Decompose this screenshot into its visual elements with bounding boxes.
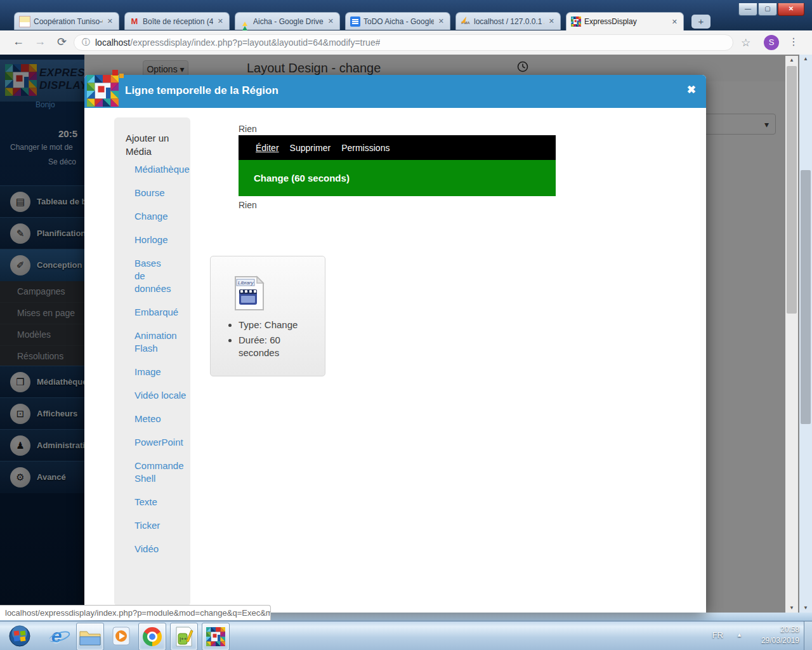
- tab-close-icon[interactable]: ✕: [671, 18, 679, 26]
- notepad-plus-icon[interactable]: [170, 623, 198, 650]
- expressdisplay-logo-icon: [87, 72, 122, 109]
- scroll-up-icon[interactable]: ▲: [785, 56, 798, 65]
- media-type-meteo[interactable]: Meteo: [134, 413, 161, 424]
- scroll-down-icon[interactable]: ▼: [785, 604, 798, 613]
- status-bar: localhost/expressdisplay/index.php?p=mod…: [0, 605, 271, 620]
- timeline-item-change[interactable]: Change (60 seconds): [239, 160, 556, 196]
- media-type-video[interactable]: Vidéo: [134, 543, 159, 554]
- desktop-screen: — ▢ ✕ Coopération Tuniso-C ✕ M Boîte de …: [0, 0, 812, 650]
- media-type-image[interactable]: Image: [134, 366, 161, 377]
- close-icon[interactable]: ✖: [687, 83, 696, 96]
- media-type-texte[interactable]: Texte: [134, 496, 157, 507]
- atci-favicon: [19, 16, 30, 27]
- tab-title: Coopération Tuniso-C: [34, 17, 103, 26]
- tab-expressdisplay-active[interactable]: ExpressDisplay ✕: [566, 12, 684, 30]
- permissions-link[interactable]: Permissions: [341, 143, 390, 153]
- list-item: Animation Flash: [134, 329, 188, 355]
- docs-favicon: [350, 17, 360, 27]
- scroll-up-icon[interactable]: ▲: [799, 55, 812, 63]
- page-scrollbar[interactable]: ▲ ▼: [785, 56, 798, 613]
- tab-title: ExpressDisplay: [584, 17, 667, 26]
- expressdisplay-app-icon[interactable]: [202, 623, 230, 650]
- timeline-start-label: Rien: [239, 124, 257, 134]
- tab-drive[interactable]: Aicha - Google Drive ✕: [235, 12, 340, 30]
- media-type-horloge[interactable]: Horloge: [134, 234, 168, 245]
- media-card[interactable]: Type: Change Durée: 60 secondes: [210, 256, 325, 376]
- taskbar: e FR ▲ 20:58 29/03/2019: [0, 621, 812, 650]
- library-media-icon: [234, 275, 265, 311]
- timeline-item-toolbar: Éditer Supprimer Permissions: [239, 135, 556, 160]
- scrollbar-thumb[interactable]: [801, 170, 811, 424]
- list-item: Image: [134, 366, 188, 378]
- browser-scrollbar[interactable]: ▲ ▼: [799, 55, 812, 613]
- clock-time: 20:58: [761, 625, 799, 635]
- tray-expand-icon[interactable]: ▲: [737, 632, 742, 638]
- gmail-favicon: M: [129, 17, 140, 27]
- modal-header: Ligne temporelle de la Région ✖: [84, 75, 706, 108]
- scrollbar-thumb[interactable]: [787, 66, 797, 314]
- media-type-animation-flash[interactable]: Animation Flash: [134, 330, 177, 354]
- chrome-icon[interactable]: [138, 623, 166, 650]
- tab-title: Boîte de réception (4: [143, 17, 213, 26]
- media-type-video-locale[interactable]: Vidéo locale: [134, 390, 186, 401]
- clock-date: 29/03/2019: [761, 635, 799, 646]
- close-window-button[interactable]: ✕: [778, 3, 804, 16]
- media-type-commande-shell[interactable]: Commande Shell: [134, 460, 184, 484]
- media-type-embarque[interactable]: Embarqué: [134, 307, 178, 317]
- maximize-button[interactable]: ▢: [758, 3, 777, 16]
- timeline-end-label: Rien: [239, 200, 257, 210]
- profile-avatar[interactable]: S: [764, 35, 779, 50]
- tab-docs[interactable]: ToDO Aicha - Google ✕: [345, 12, 450, 30]
- tab-close-icon[interactable]: ✕: [327, 17, 335, 25]
- explorer-icon[interactable]: [76, 623, 104, 650]
- list-item: Horloge: [134, 234, 188, 246]
- reload-icon[interactable]: ⟳: [57, 35, 67, 49]
- media-type-bases-de-donnees[interactable]: Bases de données: [134, 258, 171, 294]
- tab-close-icon[interactable]: ✕: [106, 17, 114, 25]
- tab-phpmyadmin[interactable]: PMA localhost / 127.0.0.1 / ✕: [455, 12, 561, 30]
- info-icon[interactable]: ⓘ: [82, 37, 90, 48]
- media-type-change[interactable]: Change: [134, 211, 168, 222]
- tab-title: Aicha - Google Drive: [253, 17, 324, 26]
- edit-link[interactable]: Éditer: [256, 143, 279, 153]
- logo-accent: [112, 70, 118, 76]
- list-item: Bases de données: [134, 257, 170, 295]
- media-duration-value: Durée: 60 secondes: [239, 334, 318, 359]
- minimize-button[interactable]: —: [738, 3, 757, 16]
- language-indicator[interactable]: FR: [712, 630, 723, 640]
- ie-icon[interactable]: e: [43, 623, 70, 649]
- media-type-mediatheque[interactable]: Médiathèque: [134, 164, 190, 175]
- window-controls: — ▢ ✕: [738, 3, 804, 16]
- logo-accent: [119, 74, 124, 78]
- add-media-heading: Ajouter un Média: [126, 131, 179, 158]
- url-host: localhost: [95, 37, 130, 48]
- media-type-powerpoint[interactable]: PowerPoint: [134, 437, 183, 448]
- forward-icon[interactable]: →: [34, 35, 46, 48]
- tab-gmail[interactable]: M Boîte de réception (4 ✕: [124, 12, 230, 30]
- media-card-details: Type: Change Durée: 60 secondes: [226, 319, 318, 362]
- show-desktop-button[interactable]: [804, 621, 812, 650]
- tab-title: ToDO Aicha - Google: [363, 17, 434, 26]
- timeline-modal: Ligne temporelle de la Région ✖ Ajouter …: [84, 75, 706, 613]
- tab-close-icon[interactable]: ✕: [547, 17, 556, 25]
- tab-close-icon[interactable]: ✕: [437, 17, 445, 25]
- browser-menu-icon[interactable]: ⋮: [789, 36, 799, 48]
- delete-link[interactable]: Supprimer: [290, 143, 331, 153]
- tab-cooperation[interactable]: Coopération Tuniso-C ✕: [14, 12, 119, 30]
- start-button[interactable]: [6, 623, 33, 649]
- tab-title: localhost / 127.0.0.1 /: [474, 17, 544, 26]
- list-item: Vidéo: [134, 543, 188, 555]
- scroll-down-icon[interactable]: ▼: [799, 604, 812, 613]
- bookmark-star-icon[interactable]: ☆: [741, 36, 750, 50]
- list-item: Bourse: [134, 187, 188, 199]
- taskbar-clock[interactable]: 20:58 29/03/2019: [761, 625, 799, 646]
- media-type-ticker[interactable]: Ticker: [134, 520, 160, 531]
- media-type-bourse[interactable]: Bourse: [134, 187, 165, 198]
- new-tab-button[interactable]: +: [691, 15, 710, 29]
- list-item: Embarqué: [134, 306, 188, 319]
- back-icon[interactable]: ←: [13, 35, 24, 48]
- address-bar[interactable]: ⓘ localhost/expressdisplay/index.php?p=l…: [74, 34, 733, 51]
- browser-toolbar: ← → ⟳ ⓘ localhost/expressdisplay/index.p…: [0, 30, 812, 55]
- tab-close-icon[interactable]: ✕: [216, 17, 225, 25]
- media-player-icon[interactable]: [108, 623, 134, 649]
